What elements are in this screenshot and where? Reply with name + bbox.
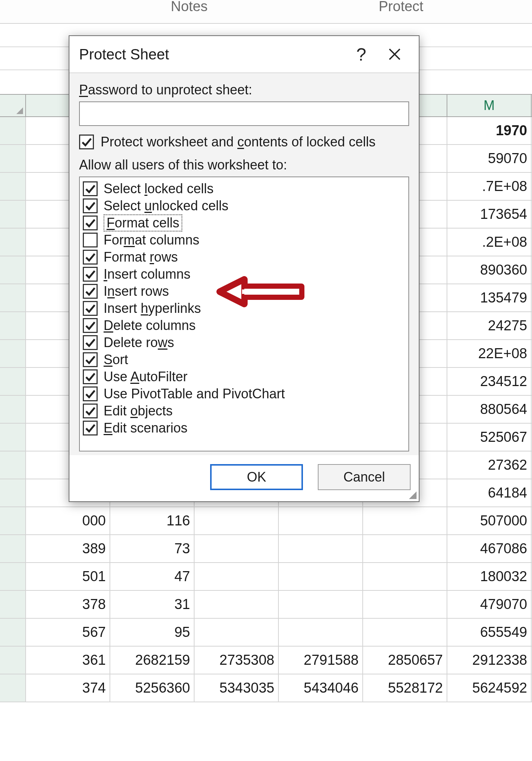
cell[interactable]: 389 [26, 535, 110, 562]
row-header[interactable] [0, 256, 26, 284]
row-header[interactable] [0, 451, 26, 479]
cell[interactable] [195, 507, 279, 534]
select-all-corner[interactable] [0, 95, 26, 116]
cancel-button[interactable]: Cancel [318, 464, 411, 490]
permission-checkbox[interactable] [83, 301, 98, 316]
cell[interactable]: 890360 [447, 256, 532, 284]
permission-option[interactable]: Select unlocked cells [83, 197, 405, 214]
permission-checkbox[interactable] [83, 335, 98, 350]
cell[interactable]: 47 [110, 563, 195, 590]
cell[interactable]: 5528172 [363, 674, 447, 702]
cell[interactable]: 567 [26, 619, 110, 646]
row-header[interactable] [0, 507, 26, 534]
cell[interactable] [363, 535, 447, 562]
cell[interactable]: 95 [110, 619, 195, 646]
row-header[interactable] [0, 674, 26, 702]
cell[interactable] [279, 619, 363, 646]
cell[interactable]: 2791588 [279, 647, 363, 674]
close-button[interactable] [378, 41, 411, 67]
permission-option[interactable]: Delete columns [83, 317, 405, 334]
permission-option[interactable]: Edit scenarios [83, 420, 405, 437]
cell[interactable]: 5434046 [279, 674, 363, 702]
cell[interactable]: 31 [110, 591, 195, 618]
cell[interactable]: 655549 [447, 619, 532, 646]
resize-grip-icon[interactable] [407, 489, 417, 499]
cell[interactable]: 1970 [447, 117, 532, 144]
protect-contents-option[interactable]: Protect worksheet and contents of locked… [79, 134, 409, 150]
cell[interactable]: 22E+08 [447, 340, 532, 367]
permission-option[interactable]: Edit objects [83, 402, 405, 420]
permission-checkbox[interactable] [83, 250, 98, 265]
cell[interactable]: 73 [110, 535, 195, 562]
cell[interactable] [363, 507, 447, 534]
permission-option[interactable]: Sort [83, 351, 405, 368]
row-header[interactable] [0, 563, 26, 590]
cell[interactable]: .7E+08 [447, 173, 532, 200]
permission-option[interactable]: Format columns [83, 231, 405, 249]
cell[interactable]: 501 [26, 563, 110, 590]
cell[interactable]: 135479 [447, 284, 532, 311]
cell[interactable]: 880564 [447, 396, 532, 423]
cell[interactable]: 5624592 [447, 674, 532, 702]
permission-option[interactable]: Use AutoFilter [83, 368, 405, 385]
protect-contents-checkbox[interactable] [79, 135, 94, 149]
permission-checkbox[interactable] [83, 318, 98, 333]
permission-option[interactable]: Use PivotTable and PivotChart [83, 385, 405, 402]
permission-checkbox[interactable] [83, 386, 98, 401]
cell[interactable]: 116 [110, 507, 195, 534]
permission-option[interactable]: Insert hyperlinks [83, 300, 405, 317]
cell[interactable]: 374 [26, 674, 110, 702]
permission-checkbox[interactable] [83, 181, 98, 196]
cell[interactable]: 361 [26, 647, 110, 674]
cell[interactable]: 378 [26, 591, 110, 618]
permission-checkbox[interactable] [83, 198, 98, 213]
row-header[interactable] [0, 424, 26, 451]
row-header[interactable] [0, 396, 26, 423]
cell[interactable] [279, 507, 363, 534]
row-header[interactable] [0, 201, 26, 228]
cell[interactable]: 2850657 [363, 647, 447, 674]
row-header[interactable] [0, 591, 26, 618]
permission-checkbox[interactable] [83, 284, 98, 299]
cell[interactable]: 525067 [447, 424, 532, 451]
cell[interactable]: 467086 [447, 535, 532, 562]
permission-checkbox[interactable] [83, 233, 98, 247]
cell[interactable]: 5256360 [110, 674, 195, 702]
permissions-listbox[interactable]: Select locked cellsSelect unlocked cells… [79, 177, 409, 451]
permission-option[interactable]: Format rows [83, 249, 405, 266]
row-header[interactable] [0, 229, 26, 256]
cell[interactable]: .2E+08 [447, 229, 532, 256]
permission-checkbox[interactable] [83, 421, 98, 435]
permission-option[interactable]: Delete rows [83, 334, 405, 351]
cell[interactable]: 27362 [447, 451, 532, 479]
cell[interactable]: 24275 [447, 312, 532, 339]
cell[interactable]: 180032 [447, 563, 532, 590]
column-header[interactable]: M [447, 95, 532, 116]
cell[interactable] [363, 591, 447, 618]
permission-checkbox[interactable] [83, 369, 98, 384]
cell[interactable] [195, 619, 279, 646]
ok-button[interactable]: OK [210, 464, 303, 490]
row-header[interactable] [0, 284, 26, 311]
cell[interactable] [363, 619, 447, 646]
permission-option[interactable]: Insert columns [83, 266, 405, 283]
cell[interactable] [195, 591, 279, 618]
row-header[interactable] [0, 312, 26, 339]
row-header[interactable] [0, 619, 26, 646]
cell[interactable]: 173654 [447, 201, 532, 228]
cell[interactable]: 2912338 [447, 647, 532, 674]
cell[interactable] [279, 591, 363, 618]
cell[interactable] [279, 535, 363, 562]
cell[interactable]: 59070 [447, 145, 532, 172]
cell[interactable]: 234512 [447, 368, 532, 395]
cell[interactable]: 2735308 [195, 647, 279, 674]
permission-option[interactable]: Insert rows [83, 283, 405, 300]
help-button[interactable]: ? [345, 41, 378, 67]
cell[interactable]: 64184 [447, 479, 532, 506]
row-header[interactable] [0, 173, 26, 200]
permission-checkbox[interactable] [83, 216, 98, 230]
cell[interactable] [363, 563, 447, 590]
cell[interactable] [195, 535, 279, 562]
row-header[interactable] [0, 368, 26, 395]
cell[interactable]: 2682159 [110, 647, 195, 674]
